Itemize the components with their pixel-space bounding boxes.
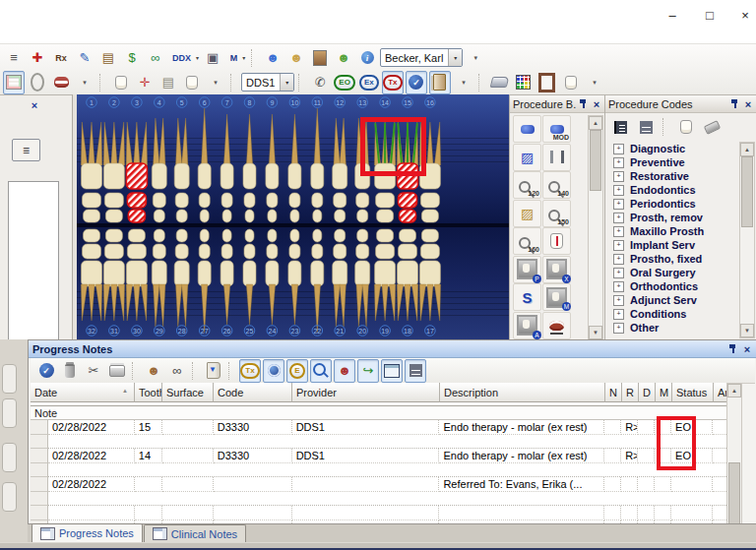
filter-search-toggle[interactable] [310, 359, 332, 383]
tree-item-implant-serv[interactable]: +Implant Serv [607, 238, 741, 252]
cell-d[interactable] [638, 449, 655, 463]
cell-n[interactable] [604, 420, 621, 435]
cell-date[interactable]: 02/28/2022 [48, 420, 135, 435]
scroll-thumb[interactable] [741, 156, 753, 227]
list-icon[interactable]: ≡ [3, 46, 25, 70]
scanner-icon[interactable] [489, 71, 511, 94]
cell-provider[interactable]: DDS1 [292, 449, 440, 463]
delete-button[interactable] [59, 359, 81, 383]
tooth-7[interactable] [220, 114, 233, 222]
table-row-3[interactable]: 02/28/2022Referred To: Evans, Erika (... [31, 477, 740, 492]
column-header-m[interactable]: M [656, 383, 672, 402]
tooth-21[interactable] [333, 229, 347, 327]
expand-plus-icon[interactable]: + [613, 240, 624, 251]
expand-plus-icon[interactable]: + [613, 268, 624, 278]
list-detail-button[interactable] [609, 115, 631, 139]
tooth-27[interactable] [198, 229, 211, 333]
row-selector[interactable] [31, 449, 48, 463]
phone-icon[interactable]: ✆ [309, 71, 331, 94]
tooth-5[interactable] [174, 118, 189, 222]
procedure-buttons-scrollbar[interactable]: ▲ ▼ [588, 115, 603, 340]
expand-plus-icon[interactable]: + [613, 323, 624, 334]
crown-porcelain-button[interactable]: ▨ [513, 144, 541, 171]
xray-button-1[interactable]: P [513, 256, 541, 283]
progress-notes-table[interactable]: Date▲ToothSurfaceCodeProviderDescription… [31, 383, 742, 543]
column-header-tooth[interactable]: Tooth [135, 383, 162, 402]
treatment-note-icon[interactable]: ✎ [74, 46, 95, 70]
tooth-chart[interactable]: 1234567891011121314151632313029282726252… [77, 94, 509, 341]
tooth-6[interactable] [198, 108, 211, 222]
filter-patient-toggle[interactable]: ☻ [334, 359, 355, 383]
cell-n[interactable] [604, 449, 621, 463]
cell-code[interactable]: D3330 [214, 449, 292, 463]
dropdown-2[interactable]: ▾ [205, 71, 226, 94]
tooth-11[interactable] [311, 108, 324, 222]
tooth-30[interactable] [126, 229, 147, 321]
provider-combo[interactable]: DDS1▾ [241, 73, 294, 92]
tooth-26[interactable] [220, 229, 233, 325]
cell-provider[interactable]: DDS1 [292, 420, 440, 435]
patient-alert-button[interactable]: ☻ [143, 359, 164, 383]
ddx-button[interactable]: DDX▾ [168, 46, 200, 70]
cell-tooth[interactable]: 15 [135, 420, 162, 435]
cell-d[interactable] [638, 477, 655, 492]
tooth-31[interactable] [103, 229, 124, 321]
cell-code[interactable]: D3330 [214, 420, 292, 435]
cell-status[interactable] [671, 477, 713, 492]
referral-out-icon[interactable]: ☻ [262, 46, 284, 70]
tree-item-maxillo-prosth[interactable]: +Maxillo Prosth [607, 224, 741, 238]
table-header-row[interactable]: Date▲ToothSurfaceCodeProviderDescription… [31, 383, 742, 402]
toolbar-overflow-1[interactable]: ▾ [465, 46, 486, 70]
patient-card-icon[interactable]: ▣ [202, 46, 223, 70]
expand-plus-icon[interactable]: + [613, 295, 624, 306]
cell-r[interactable]: R> [621, 420, 638, 435]
tooth-chart-panel[interactable]: 1234567891011121314151632313029282726252… [77, 94, 509, 339]
ex-button[interactable]: Ex [358, 71, 380, 94]
cell-description[interactable]: Endo therapy - molar (ex rest) [439, 420, 604, 435]
dentures-icon[interactable] [50, 71, 72, 94]
cut-button[interactable]: ✂ [83, 359, 104, 383]
panel-door-button[interactable] [429, 71, 451, 94]
xray-button-3[interactable]: M [542, 283, 571, 311]
sealant-button[interactable]: S [513, 283, 541, 311]
tree-item-diagnostic[interactable]: +Diagnostic [607, 142, 741, 155]
tree-item-prostho-fixed[interactable]: +Prostho, fixed [607, 252, 741, 266]
cube-button[interactable]: M▾ [225, 46, 247, 70]
expand-plus-icon[interactable]: + [613, 213, 624, 223]
progress-notes-titlebar[interactable]: Progress Notes × [29, 340, 756, 358]
tree-item-periodontics[interactable]: +Periodontics [607, 197, 741, 211]
patient-doc-icon[interactable]: ☻ [285, 46, 307, 70]
tooth-23[interactable] [288, 229, 301, 325]
filter-tx-toggle[interactable]: Tx [239, 359, 261, 383]
column-header-d[interactable]: D [639, 383, 656, 402]
tree-item-other[interactable]: +Other [607, 321, 741, 335]
close-icon[interactable]: × [591, 98, 602, 110]
tooth-22[interactable] [311, 229, 324, 333]
patient-combo-arrow[interactable]: ▾ [448, 49, 462, 66]
table-row-1[interactable]: 02/28/202215D3330DDS1Endo therapy - mola… [31, 420, 740, 435]
root-canal-button[interactable] [542, 227, 571, 255]
expand-plus-icon[interactable]: + [613, 144, 624, 154]
tooth-20[interactable] [355, 229, 370, 327]
filter-window-toggle[interactable] [381, 359, 403, 383]
scroll-down-icon[interactable]: ▼ [740, 324, 754, 337]
exam-120-button[interactable]: 120 [513, 171, 541, 199]
eraser-button[interactable] [701, 115, 723, 139]
filter-clock-toggle[interactable] [263, 359, 284, 383]
tree-item-adjunct-serv[interactable]: +Adjunct Serv [607, 293, 741, 307]
probe-button[interactable] [675, 115, 697, 139]
tooth-watch-icon[interactable] [181, 71, 203, 94]
tooth-32[interactable] [81, 229, 101, 321]
expand-plus-icon[interactable]: + [613, 226, 624, 237]
cell-code[interactable] [214, 477, 292, 492]
search-button[interactable]: ∞ [166, 359, 188, 383]
cell-surface[interactable] [162, 420, 214, 435]
tab-progress-notes[interactable]: Progress Notes [32, 523, 143, 542]
expand-plus-icon[interactable]: + [613, 171, 624, 182]
tree-item-preventive[interactable]: +Preventive [607, 155, 741, 169]
close-icon[interactable]: × [742, 98, 754, 110]
left-dock-menu-button[interactable]: ≡ [12, 139, 40, 161]
minimize-button[interactable]: – [658, 4, 687, 26]
tooth-10[interactable] [288, 114, 301, 222]
billing-icon[interactable]: $ [121, 46, 143, 70]
